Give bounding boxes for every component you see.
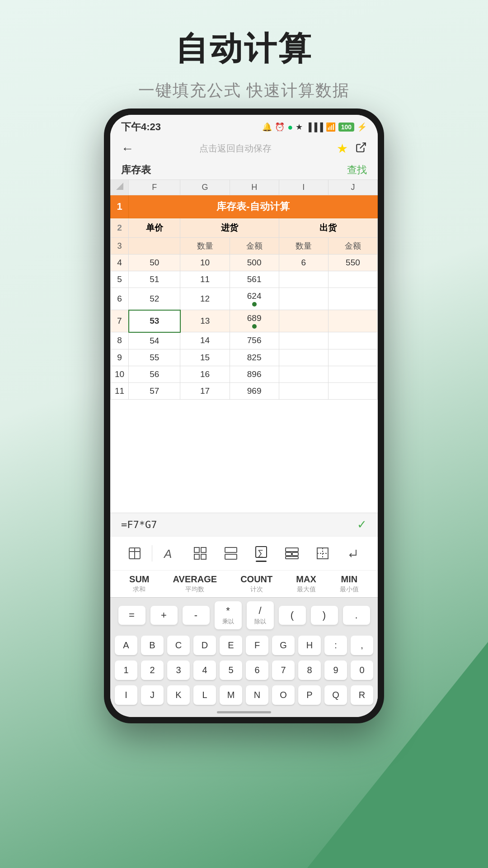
- op-dot-button[interactable]: .: [343, 606, 370, 625]
- data-cell-5-3[interactable]: [279, 288, 328, 310]
- data-cell-8-0[interactable]: 55: [129, 349, 180, 366]
- data-cell-3-0[interactable]: 50: [129, 255, 180, 271]
- func-count-button[interactable]: COUNT 计次: [240, 574, 272, 594]
- subheader-cell-2[interactable]: 金额: [230, 238, 279, 255]
- data-cell-5-4[interactable]: [328, 288, 377, 310]
- func-sum-button[interactable]: SUM 求和: [129, 574, 149, 594]
- key-G[interactable]: G: [272, 636, 295, 655]
- toolbar-formula-button[interactable]: ∑: [246, 542, 277, 565]
- data-cell-3-2[interactable]: 500: [230, 255, 279, 271]
- key-0[interactable]: 0: [351, 660, 373, 680]
- key-B[interactable]: B: [141, 636, 164, 655]
- key-K[interactable]: K: [167, 685, 190, 705]
- data-cell-9-0[interactable]: 56: [129, 366, 180, 382]
- favorite-button[interactable]: ★: [337, 141, 348, 156]
- header-cell-jinhuo[interactable]: 进货: [180, 218, 279, 238]
- data-cell-8-4[interactable]: [328, 349, 377, 366]
- data-cell-10-1[interactable]: 17: [180, 382, 230, 399]
- data-cell-9-2[interactable]: 896: [230, 366, 279, 382]
- data-cell-3-3[interactable]: 6: [279, 255, 328, 271]
- func-max-button[interactable]: MAX 最大值: [296, 574, 316, 594]
- key-I[interactable]: I: [115, 685, 137, 705]
- key-3[interactable]: 3: [167, 660, 190, 680]
- key-R[interactable]: R: [351, 685, 373, 705]
- key-7[interactable]: 7: [272, 660, 295, 680]
- func-average-button[interactable]: AVERAGE 平均数: [173, 574, 217, 594]
- key-M[interactable]: M: [220, 685, 242, 705]
- formula-confirm-button[interactable]: ✓: [357, 518, 367, 532]
- toolbar-merge-button[interactable]: [277, 543, 307, 563]
- data-cell-4-0[interactable]: 51: [129, 271, 180, 288]
- data-cell-10-3[interactable]: [279, 382, 328, 399]
- data-cell-6-2[interactable]: 689: [230, 310, 279, 332]
- data-cell-4-1[interactable]: 11: [180, 271, 230, 288]
- toolbar-table-button[interactable]: [119, 543, 150, 563]
- key-A[interactable]: A: [115, 636, 137, 655]
- data-cell-7-3[interactable]: [279, 332, 328, 349]
- find-button[interactable]: 查找: [347, 163, 367, 177]
- toolbar-grid-button[interactable]: [185, 543, 216, 563]
- op-multiply-button[interactable]: * 乘以: [215, 601, 242, 629]
- key-2[interactable]: 2: [141, 660, 164, 680]
- op-equals-button[interactable]: =: [118, 606, 145, 625]
- data-cell-9-4[interactable]: [328, 366, 377, 382]
- func-min-button[interactable]: MIN 最小值: [340, 574, 359, 594]
- op-lparen-button[interactable]: (: [279, 606, 306, 625]
- data-cell-8-1[interactable]: 15: [180, 349, 230, 366]
- header-cell-chuhuo[interactable]: 出货: [279, 218, 377, 238]
- key-9[interactable]: 9: [324, 660, 347, 680]
- data-cell-4-3[interactable]: [279, 271, 328, 288]
- data-cell-4-2[interactable]: 561: [230, 271, 279, 288]
- data-cell-6-0[interactable]: 53: [129, 310, 180, 332]
- data-cell-8-3[interactable]: [279, 349, 328, 366]
- key-6[interactable]: 6: [246, 660, 268, 680]
- key-L[interactable]: L: [193, 685, 216, 705]
- formula-input[interactable]: =F7*G7: [121, 519, 157, 530]
- key-D[interactable]: D: [193, 636, 216, 655]
- data-cell-5-1[interactable]: 12: [180, 288, 230, 310]
- op-divide-button[interactable]: / 除以: [247, 601, 274, 629]
- key-8[interactable]: 8: [298, 660, 321, 680]
- data-cell-4-4[interactable]: [328, 271, 377, 288]
- data-cell-3-4[interactable]: 550: [328, 255, 377, 271]
- data-cell-9-3[interactable]: [279, 366, 328, 382]
- op-rparen-button[interactable]: ): [311, 606, 338, 625]
- key-comma[interactable]: ,: [351, 636, 373, 655]
- key-F[interactable]: F: [246, 636, 268, 655]
- data-cell-6-3[interactable]: [279, 310, 328, 332]
- col-header-J[interactable]: J: [328, 180, 377, 195]
- back-button[interactable]: ←: [121, 142, 134, 156]
- data-cell-7-4[interactable]: [328, 332, 377, 349]
- header-cell-dangjia[interactable]: 单价: [129, 218, 180, 238]
- data-cell-5-2[interactable]: 624: [230, 288, 279, 310]
- data-cell-7-2[interactable]: 756: [230, 332, 279, 349]
- toolbar-border-button[interactable]: [307, 543, 338, 563]
- subheader-cell-4[interactable]: 金额: [328, 238, 377, 255]
- subheader-cell-0[interactable]: [129, 238, 180, 255]
- data-cell-8-2[interactable]: 825: [230, 349, 279, 366]
- spreadsheet-title-cell[interactable]: 库存表-自动计算: [129, 195, 378, 218]
- key-Q[interactable]: Q: [324, 685, 347, 705]
- key-P[interactable]: P: [298, 685, 321, 705]
- data-cell-10-0[interactable]: 57: [129, 382, 180, 399]
- key-1[interactable]: 1: [115, 660, 137, 680]
- data-cell-5-0[interactable]: 52: [129, 288, 180, 310]
- col-header-H[interactable]: H: [230, 180, 279, 195]
- data-cell-9-1[interactable]: 16: [180, 366, 230, 382]
- key-colon[interactable]: :: [324, 636, 347, 655]
- share-button[interactable]: [355, 142, 367, 156]
- key-N[interactable]: N: [246, 685, 268, 705]
- data-cell-7-1[interactable]: 14: [180, 332, 230, 349]
- data-cell-10-2[interactable]: 969: [230, 382, 279, 399]
- data-cell-10-4[interactable]: [328, 382, 377, 399]
- toolbar-text-button[interactable]: A: [154, 543, 185, 563]
- data-cell-7-0[interactable]: 54: [129, 332, 180, 349]
- data-cell-6-1[interactable]: 13: [180, 310, 230, 332]
- key-O[interactable]: O: [272, 685, 295, 705]
- key-J[interactable]: J: [141, 685, 164, 705]
- data-cell-6-4[interactable]: [328, 310, 377, 332]
- col-header-G[interactable]: G: [180, 180, 230, 195]
- key-H[interactable]: H: [298, 636, 321, 655]
- op-minus-button[interactable]: -: [183, 606, 210, 625]
- key-C[interactable]: C: [167, 636, 190, 655]
